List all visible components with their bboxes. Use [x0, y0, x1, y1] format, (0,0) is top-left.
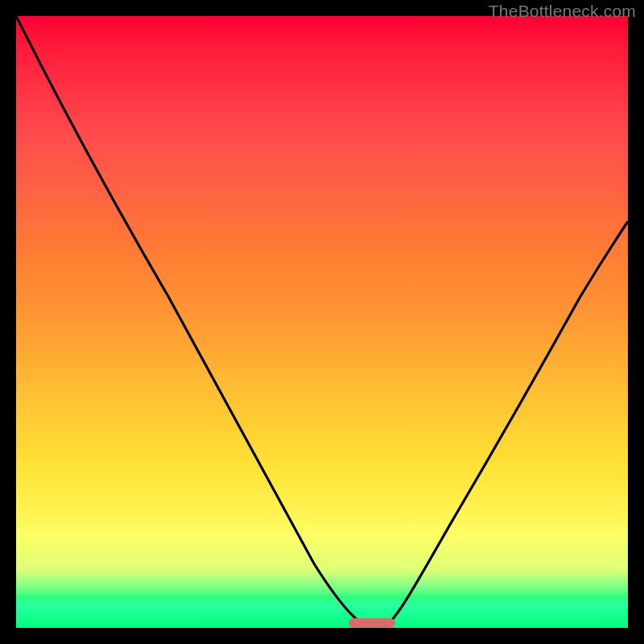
curve-right-branch [386, 221, 628, 626]
chart-frame: TheBottleneck.com [0, 0, 644, 644]
watermark-text: TheBottleneck.com [489, 2, 636, 21]
plot-area [16, 16, 628, 628]
curve-left-branch [16, 16, 366, 626]
bottleneck-curve [16, 16, 628, 628]
optimal-range-marker [349, 618, 395, 628]
